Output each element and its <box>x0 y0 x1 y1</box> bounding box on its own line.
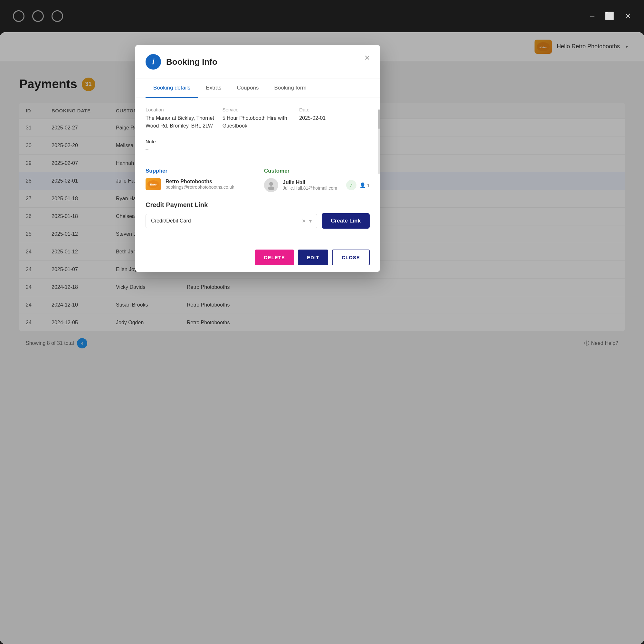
modal-body: Location The Manor at Bickley, Thornet W… <box>135 98 380 243</box>
svg-point-4 <box>269 182 273 186</box>
supplier-name: Retro Photobooths <box>166 179 234 185</box>
date-section: Date 2025-02-01 <box>299 107 370 130</box>
service-value: 5 Hour Photobooth Hire with Guestbook <box>223 114 293 130</box>
payment-method-select[interactable]: Credit/Debit Card ✕ ▾ <box>146 214 317 228</box>
selected-payment-method: Credit/Debit Card <box>151 218 191 224</box>
location-label: Location <box>146 107 216 112</box>
customer-name: Julie Hall <box>283 180 342 185</box>
modal-close-button[interactable]: ✕ <box>362 53 372 63</box>
tab-coupons[interactable]: Coupons <box>229 79 267 98</box>
supplier-logo: Retro <box>146 178 161 190</box>
clear-icon[interactable]: ✕ <box>302 218 306 224</box>
traffic-light-2[interactable] <box>32 10 44 22</box>
booking-info-icon: i <box>146 54 161 70</box>
modal-overlay: i Booking Info ✕ Booking details Extras … <box>0 32 644 644</box>
customer-email: Jullie.Hall.81@hotmail.com <box>283 185 342 191</box>
window-chrome: – ⬜ ✕ <box>0 0 644 32</box>
modal-tabs: Booking details Extras Coupons Booking f… <box>135 79 380 98</box>
note-section: Note – <box>146 139 370 152</box>
traffic-lights <box>13 10 63 22</box>
person-count-value: 1 <box>367 183 370 188</box>
tab-booking-form[interactable]: Booking form <box>267 79 314 98</box>
credit-payment-title: Credit Payment Link <box>146 201 370 209</box>
modal-title: Booking Info <box>166 57 217 67</box>
location-section: Location The Manor at Bickley, Thornet W… <box>146 107 216 130</box>
date-value: 2025-02-01 <box>299 114 370 122</box>
person-icon: 👤 <box>360 182 366 188</box>
divider <box>146 161 370 161</box>
chevron-down-icon: ▾ <box>309 218 312 224</box>
modal-header: i Booking Info ✕ <box>135 45 380 79</box>
location-value: The Manor at Bickley, Thornet Wood Rd, B… <box>146 114 216 130</box>
customer-info: Julie Hall Jullie.Hall.81@hotmail.com <box>283 180 342 191</box>
supplier-email: bookings@retrophotobooths.co.uk <box>166 185 234 190</box>
window-controls: – ⬜ ✕ <box>590 12 631 21</box>
person-count: 👤 1 <box>360 182 370 188</box>
info-grid: Location The Manor at Bickley, Thornet W… <box>146 107 370 130</box>
check-icon: ✓ <box>346 180 356 190</box>
service-label: Service <box>223 107 293 112</box>
tab-extras[interactable]: Extras <box>198 79 229 98</box>
note-value: – <box>146 146 370 152</box>
booking-info-modal: i Booking Info ✕ Booking details Extras … <box>135 45 380 272</box>
supplier-info: Retro Photobooths bookings@retrophotoboo… <box>166 179 234 190</box>
info-letter: i <box>152 57 155 66</box>
date-label: Date <box>299 107 370 112</box>
minimize-icon[interactable]: – <box>590 12 594 21</box>
supplier-section: Supplier Retro Retro Photobooths bookin <box>146 168 251 192</box>
svg-point-5 <box>268 186 274 190</box>
customer-icons: ✓ 👤 1 <box>346 180 370 190</box>
modal-footer: DELETE EDIT CLOSE <box>135 243 380 272</box>
modal-scrollbar[interactable] <box>378 109 380 174</box>
close-icon[interactable]: ✕ <box>625 12 631 21</box>
svg-text:Retro: Retro <box>150 183 157 186</box>
create-link-button[interactable]: Create Link <box>322 213 370 229</box>
customer-section: Customer Julie Hall Jullie.Hall.81@hot <box>264 168 370 192</box>
traffic-light-3[interactable] <box>52 10 63 22</box>
close-button[interactable]: CLOSE <box>332 250 370 265</box>
supplier-section-label: Supplier <box>146 168 251 174</box>
credit-row: Credit/Debit Card ✕ ▾ Create Link <box>146 213 370 229</box>
service-section: Service 5 Hour Photobooth Hire with Gues… <box>223 107 293 130</box>
supplier-card: Retro Retro Photobooths bookings@retroph… <box>146 178 251 190</box>
app-container: Retro Hello Retro Photobooths ▾ Payments… <box>0 32 644 644</box>
edit-button[interactable]: EDIT <box>298 250 328 265</box>
delete-button[interactable]: DELETE <box>255 250 294 265</box>
note-label: Note <box>146 139 370 144</box>
supplier-customer-grid: Supplier Retro Retro Photobooths bookin <box>146 168 370 192</box>
select-right: ✕ ▾ <box>302 218 312 224</box>
customer-section-label: Customer <box>264 168 370 174</box>
credit-payment-section: Credit Payment Link Credit/Debit Card ✕ … <box>146 201 370 229</box>
customer-avatar <box>264 178 278 192</box>
modal-scrollbar-thumb <box>378 109 380 129</box>
maximize-icon[interactable]: ⬜ <box>605 12 614 21</box>
customer-card: Julie Hall Jullie.Hall.81@hotmail.com ✓ … <box>264 178 370 192</box>
traffic-light-1[interactable] <box>13 10 24 22</box>
tab-booking-details[interactable]: Booking details <box>146 79 198 98</box>
